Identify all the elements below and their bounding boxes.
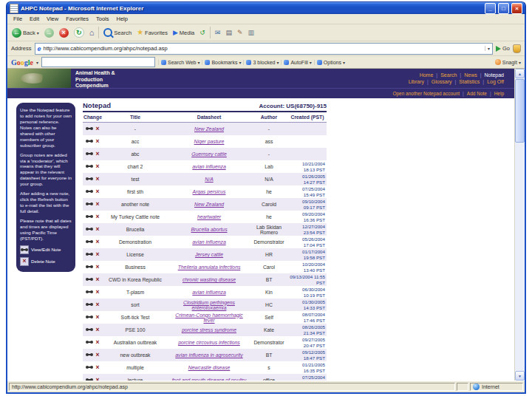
google-3-blocked-button[interactable]: 3 blocked▾ xyxy=(243,60,281,65)
nav-glossary[interactable]: Glossary xyxy=(432,79,452,84)
toolbar-back-button[interactable]: ←Back▾ xyxy=(10,27,41,38)
menu-favorites[interactable]: Favorites xyxy=(62,16,92,22)
chevron-down-icon[interactable]: ▾ xyxy=(36,60,38,65)
datasheet-link[interactable]: heartwater xyxy=(168,211,250,223)
datasheet-link[interactable]: avian influenza xyxy=(168,286,250,299)
menu-help[interactable]: Help xyxy=(113,16,132,22)
toolbar-history-button[interactable]: ↺ xyxy=(197,29,208,37)
toolbar-discuss-button[interactable]: ▥ xyxy=(245,29,256,37)
view-note-icon[interactable] xyxy=(86,315,93,320)
shield-icon[interactable] xyxy=(513,44,521,53)
datasheet-link[interactable]: N/A xyxy=(168,173,250,185)
datasheet-link[interactable]: avian influenza xyxy=(168,160,250,173)
toolbar-media-button[interactable]: ▶Media xyxy=(171,29,197,37)
delete-note-icon[interactable]: × xyxy=(96,126,100,132)
chevron-down-icon[interactable]: ▾ xyxy=(485,46,490,51)
scroll-down-button[interactable]: ▼ xyxy=(515,371,525,381)
google-search-web-button[interactable]: Search Web▾ xyxy=(158,60,202,65)
google-autofill-button[interactable]: AutoFill▾ xyxy=(281,60,313,65)
toolbar-home-button[interactable]: ⌂ xyxy=(87,28,97,38)
minimize-button[interactable]: _ xyxy=(485,3,496,14)
delete-note-icon[interactable]: × xyxy=(96,339,100,346)
toolbar-edit-button[interactable]: ✎ xyxy=(235,29,245,37)
delete-note-icon[interactable]: × xyxy=(96,264,100,270)
datasheet-link[interactable]: Guernsey cattle xyxy=(168,148,250,160)
datasheet-link[interactable]: Newcastle disease xyxy=(168,361,250,374)
view-note-icon[interactable] xyxy=(86,227,93,232)
google-search-input[interactable] xyxy=(41,57,155,67)
toolbar-mail-button[interactable]: ✉ xyxy=(213,29,223,37)
nav-notepad[interactable]: Notepad xyxy=(485,72,504,78)
datasheet-link[interactable]: chronic wasting disease xyxy=(168,273,250,286)
toolbar-favorites-button[interactable]: ★Favorites xyxy=(134,28,170,37)
view-note-icon[interactable] xyxy=(86,302,93,307)
google-bookmarks-button[interactable]: Bookmarks▾ xyxy=(202,60,243,65)
subnav-help[interactable]: Help xyxy=(494,91,504,96)
view-note-icon[interactable] xyxy=(86,265,93,270)
view-note-icon[interactable] xyxy=(86,189,93,194)
datasheet-link[interactable]: foot and mouth disease of poultry xyxy=(168,374,250,381)
view-note-icon[interactable] xyxy=(86,164,93,169)
delete-note-icon[interactable]: × xyxy=(96,251,100,258)
nav-news[interactable]: News xyxy=(464,72,477,78)
delete-note-icon[interactable]: × xyxy=(96,289,100,296)
toolbar-search-button[interactable]: Search xyxy=(101,27,134,38)
title-bar[interactable]: AHPC Notepad - Microsoft Internet Explor… xyxy=(6,1,526,15)
view-note-icon[interactable] xyxy=(86,239,93,245)
google-options-button[interactable]: Options▾ xyxy=(314,60,347,65)
datasheet-link[interactable]: Jersey cattle xyxy=(168,248,250,261)
delete-note-icon[interactable]: × xyxy=(96,176,100,183)
datasheet-link[interactable]: avian influenza xyxy=(168,236,250,248)
close-button[interactable]: × xyxy=(511,3,522,14)
delete-note-icon[interactable]: × xyxy=(96,239,100,245)
nav-search[interactable]: Search xyxy=(440,72,457,78)
delete-note-icon[interactable]: × xyxy=(96,377,100,381)
delete-note-icon[interactable]: × xyxy=(96,327,100,333)
datasheet-link[interactable]: Theileria annulata infections xyxy=(168,261,250,273)
vertical-scrollbar[interactable]: ▲ ▼ xyxy=(514,69,525,381)
delete-note-icon[interactable]: × xyxy=(96,214,100,220)
nav-log-off[interactable]: Log Off xyxy=(487,79,504,84)
view-note-icon[interactable] xyxy=(86,126,93,132)
datasheet-link[interactable]: New Zealand xyxy=(168,123,250,136)
maximize-button[interactable]: □ xyxy=(498,3,509,14)
delete-note-icon[interactable]: × xyxy=(96,188,100,195)
delete-note-icon[interactable]: × xyxy=(96,276,100,283)
view-note-icon[interactable] xyxy=(86,340,93,345)
view-note-icon[interactable] xyxy=(86,327,93,332)
delete-note-icon[interactable]: × xyxy=(96,352,100,358)
view-note-icon[interactable] xyxy=(86,151,93,157)
scroll-up-button[interactable]: ▲ xyxy=(515,69,525,78)
nav-statistics[interactable]: Statistics xyxy=(459,79,480,84)
view-note-icon[interactable] xyxy=(86,177,93,182)
scrollbar-track[interactable] xyxy=(515,78,525,371)
delete-note-icon[interactable]: × xyxy=(96,364,100,371)
subnav-add-note[interactable]: Add Note xyxy=(467,91,487,96)
view-note-icon[interactable] xyxy=(86,202,93,207)
view-note-icon[interactable] xyxy=(86,378,93,381)
view-note-icon[interactable] xyxy=(86,277,93,282)
datasheet-link[interactable]: avian influenza in agrosecurity xyxy=(168,349,250,361)
delete-note-icon[interactable]: × xyxy=(96,226,100,233)
menu-view[interactable]: View xyxy=(43,16,62,22)
snagit-button[interactable]: SnagIt ▾ xyxy=(495,59,521,65)
view-note-icon[interactable] xyxy=(86,290,93,295)
delete-note-icon[interactable]: × xyxy=(96,138,100,145)
go-button[interactable]: Go xyxy=(496,45,510,52)
delete-note-icon[interactable]: × xyxy=(96,314,100,321)
view-note-icon[interactable] xyxy=(86,139,93,144)
datasheet-link[interactable]: porcine circovirus infections xyxy=(168,336,250,349)
google-logo[interactable]: Google xyxy=(11,58,33,66)
datasheet-link[interactable]: Niger pasture xyxy=(168,135,250,148)
delete-note-icon[interactable]: × xyxy=(96,163,100,170)
address-input[interactable]: e http://www.cabicompendium.org/ahpc/not… xyxy=(35,43,493,55)
toolbar-forward-button[interactable]: → xyxy=(42,27,56,38)
toolbar-refresh-button[interactable]: ↻ xyxy=(72,27,86,38)
datasheet-link[interactable]: porcine stress syndrome xyxy=(168,324,250,336)
nav-home[interactable]: Home xyxy=(420,72,434,78)
view-note-icon[interactable] xyxy=(86,365,93,370)
datasheet-link[interactable]: Argas persicus xyxy=(168,185,250,198)
view-note-icon[interactable] xyxy=(86,252,93,257)
nav-library[interactable]: Library xyxy=(409,79,424,84)
delete-note-icon[interactable]: × xyxy=(96,301,100,308)
